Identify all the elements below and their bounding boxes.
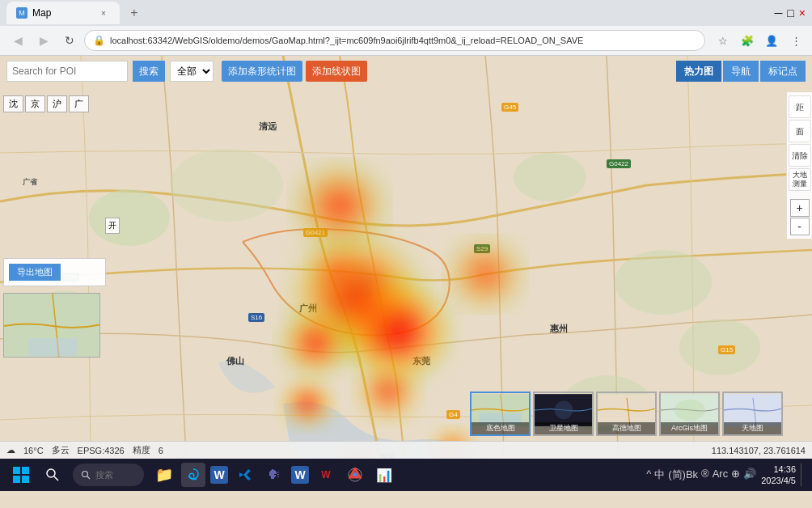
svg-rect-30 <box>22 467 29 474</box>
tray-volume[interactable]: 🔊 <box>743 468 756 482</box>
tray-network[interactable]: ⊕ <box>731 468 740 482</box>
new-tab-btn[interactable]: + <box>123 2 146 24</box>
taskbar-word2[interactable]: W <box>291 466 309 484</box>
svg-point-24 <box>555 401 573 420</box>
start-button[interactable] <box>6 460 36 489</box>
svg-point-7 <box>170 149 283 222</box>
taskbar-search-input[interactable] <box>95 470 136 480</box>
layer-hu[interactable]: 沪 <box>47 95 67 112</box>
taskbar-wps[interactable]: W <box>314 463 338 487</box>
svg-line-36 <box>87 476 91 480</box>
svg-line-34 <box>54 476 58 480</box>
menu-icon[interactable]: ⋮ <box>786 31 806 50</box>
area-tool[interactable]: 面 <box>789 120 811 142</box>
svg-point-35 <box>82 472 88 477</box>
thumbnail-tiandi[interactable]: 天地图 <box>722 392 783 436</box>
back-btn[interactable]: ◀ <box>6 29 29 52</box>
clear-tool[interactable]: 清除 <box>789 144 811 167</box>
panel-toggle-btn[interactable]: 开 <box>105 218 120 234</box>
status-bar: ☁ 16°C 多云 EPSG:4326 精度 6 113.143107, 23.… <box>0 441 812 459</box>
road-g15: G15 <box>718 345 735 354</box>
tray-caret[interactable]: ^ <box>646 468 651 482</box>
add-line-btn[interactable]: 添加线状图 <box>306 61 367 82</box>
forward-btn[interactable]: ▶ <box>32 29 55 52</box>
layer-guang[interactable]: 广 <box>69 95 89 112</box>
export-map-btn[interactable]: 导出地图 <box>9 264 61 281</box>
road-g45: G45 <box>501 103 518 112</box>
tab-label: Map <box>32 7 51 19</box>
close-btn[interactable]: × <box>799 6 806 19</box>
right-sidebar: 距 面 清除 大地测量 + - <box>786 92 812 239</box>
maximize-btn[interactable]: □ <box>787 6 793 19</box>
minimize-btn[interactable]: ─ <box>774 6 782 19</box>
address-bar[interactable]: 🔒 localhost:63342/WebGIS/oldemo/demos/Ga… <box>84 30 705 51</box>
marker-btn[interactable]: 标记点 <box>760 61 806 82</box>
browser-chrome: M Map × + ─ □ × ◀ ▶ ↻ 🔒 localhost:63342/… <box>0 0 812 56</box>
export-box: 导出地图 <box>3 258 106 286</box>
thumbnail-label-1: 底色地图 <box>472 422 529 434</box>
taskbar-vscode[interactable] <box>233 463 257 487</box>
zoom-out-btn[interactable]: - <box>790 218 810 235</box>
navigation-btn[interactable]: 导航 <box>723 61 759 82</box>
svg-rect-31 <box>13 476 20 483</box>
taskbar-search-icon[interactable] <box>40 463 65 487</box>
taskbar-explorer[interactable]: 📁 <box>152 463 176 487</box>
tray-ime[interactable]: 中 <box>654 468 665 482</box>
browser-nav: ◀ ▶ ↻ 🔒 localhost:63342/WebGIS/oldemo/de… <box>0 26 812 55</box>
thumbnail-arcgis[interactable]: ArcGis地图 <box>659 392 720 436</box>
active-tab[interactable]: M Map × <box>6 2 120 24</box>
thumbnail-label-3: 高德地图 <box>598 422 655 434</box>
layer-buttons: 沈 京 沪 广 <box>0 92 109 112</box>
add-polygon-btn[interactable]: 添加条形统计图 <box>222 61 302 82</box>
svg-rect-20 <box>28 338 77 356</box>
taskbar-app[interactable]: 📊 <box>372 463 396 487</box>
layer-shen[interactable]: 沈 <box>3 95 23 112</box>
layer-jing[interactable]: 京 <box>25 95 45 112</box>
tray-lang[interactable]: (简)Bk <box>668 468 698 482</box>
taskbar: 📁 W 🗣 W W 📊 ^ 中 (简)Bk ® Arc ⊕ 🔊 <box>0 459 812 491</box>
precision-value: 6 <box>159 446 163 455</box>
thumbnail-gaode[interactable]: 高德地图 <box>596 392 657 436</box>
road-g4: G4 <box>446 410 460 419</box>
taskbar-right: ^ 中 (简)Bk ® Arc ⊕ 🔊 14:36 2023/4/5 <box>646 464 806 487</box>
poi-search-input[interactable] <box>7 61 138 81</box>
road-g0422: G0422 <box>607 159 631 168</box>
svg-point-33 <box>47 469 55 477</box>
map-container[interactable]: 搜索 全部 餐饮 购物 交通 添加条形统计图 添加线状图 热力图 导航 标记点 … <box>0 56 812 459</box>
thumbnail-label-4: ArcGis地图 <box>661 422 718 434</box>
taskbar-search-box[interactable] <box>73 464 144 486</box>
weather-text: 多云 <box>52 444 70 456</box>
right-control-btns: 热力图 导航 标记点 <box>670 56 812 87</box>
refresh-btn[interactable]: ↻ <box>58 29 81 52</box>
tray-arc[interactable]: Arc <box>713 468 729 482</box>
side-panel: 沈 京 沪 广 导出地图 <box>0 92 109 459</box>
bookmark-icon[interactable]: ☆ <box>713 31 733 50</box>
tab-bar: M Map × + ─ □ × <box>0 0 812 26</box>
road-g0421: G0421 <box>303 228 328 237</box>
search-button[interactable]: 搜索 <box>133 61 165 82</box>
minimap <box>3 293 100 358</box>
heatmap-btn[interactable]: 热力图 <box>676 61 721 82</box>
taskbar-chrome[interactable] <box>343 463 367 487</box>
poi-search-box[interactable] <box>6 61 128 82</box>
extensions-icon[interactable]: 🧩 <box>738 31 757 50</box>
geodesy-tool[interactable]: 大地测量 <box>789 168 811 191</box>
crs-label: EPSG:4326 <box>78 446 125 455</box>
taskbar-teams[interactable]: 🗣 <box>262 463 286 487</box>
tray-antivirus[interactable]: ® <box>701 468 709 482</box>
time-display: 14:36 2023/4/5 <box>761 464 796 487</box>
taskbar-word[interactable]: W <box>210 466 228 484</box>
thumbnail-disetudi[interactable]: 底色地图 <box>470 392 531 436</box>
tab-close-btn[interactable]: × <box>97 6 110 19</box>
category-select[interactable]: 全部 餐饮 购物 交通 <box>170 61 214 82</box>
coordinates: 113.143107, 23.761614 <box>712 446 806 455</box>
taskbar-edge[interactable] <box>181 463 205 487</box>
show-desktop-btn[interactable] <box>801 464 806 486</box>
minimap-image <box>4 294 99 357</box>
svg-point-27 <box>675 400 705 421</box>
svg-rect-32 <box>22 476 29 483</box>
thumbnail-weixing[interactable]: 卫星地图 <box>533 392 594 436</box>
zoom-in-btn[interactable]: + <box>790 199 810 217</box>
distance-tool[interactable]: 距 <box>789 95 811 118</box>
profile-icon[interactable]: 👤 <box>762 31 781 50</box>
